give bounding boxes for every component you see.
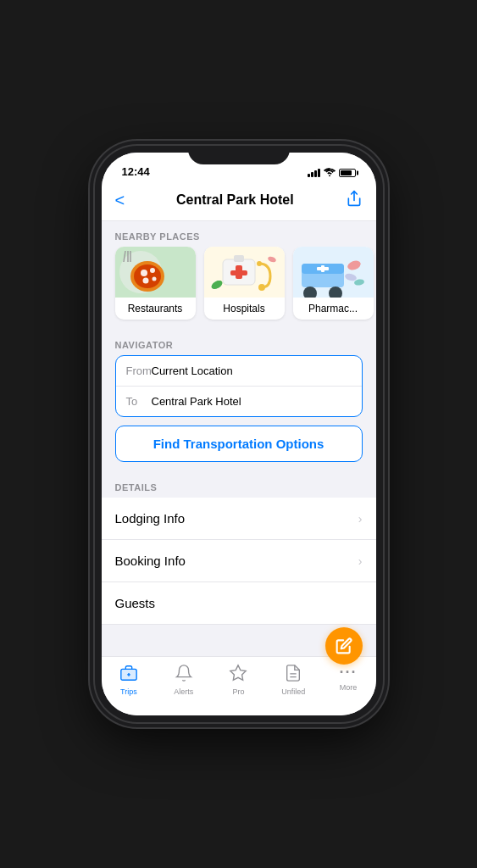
nearby-card-label-hospitals: Hospitals xyxy=(204,298,285,320)
page-title: Central Park Hotel xyxy=(176,192,294,208)
navigator-card: From Current Location To Central Park Ho… xyxy=(115,355,363,417)
tab-unfiled[interactable]: Unfiled xyxy=(266,664,321,696)
nearby-card-pharmacies[interactable]: Pharmac... xyxy=(293,247,374,320)
battery-icon xyxy=(339,169,356,177)
tab-bar: Trips Alerts Pro xyxy=(102,656,376,715)
tab-alerts-label: Alerts xyxy=(174,687,193,696)
tab-unfiled-label: Unfiled xyxy=(281,687,305,696)
svg-point-18 xyxy=(258,284,265,291)
nearby-card-image-restaurants xyxy=(115,247,196,298)
phone-screen: 12:44 < Centra xyxy=(102,153,376,715)
svg-point-6 xyxy=(150,268,155,273)
notch xyxy=(188,146,290,164)
nearby-card-restaurants[interactable]: Restaurants xyxy=(115,247,196,320)
alerts-icon xyxy=(175,664,193,686)
svg-rect-27 xyxy=(321,265,324,272)
tab-alerts[interactable]: Alerts xyxy=(156,664,211,696)
status-time: 12:44 xyxy=(122,165,150,178)
nearby-card-label-restaurants: Restaurants xyxy=(115,298,196,320)
pro-icon xyxy=(229,664,247,686)
phone-frame: 12:44 < Centra xyxy=(95,146,383,722)
navigator-from-value[interactable]: Current Location xyxy=(152,364,352,377)
unfiled-icon xyxy=(284,664,302,686)
share-button[interactable] xyxy=(346,190,363,210)
svg-point-7 xyxy=(142,278,148,284)
navigator-to-value[interactable]: Central Park Hotel xyxy=(152,395,352,408)
svg-point-4 xyxy=(134,264,161,288)
edit-icon xyxy=(336,637,352,654)
detail-label-lodging: Lodging Info xyxy=(115,511,186,526)
navigator-from-label: From xyxy=(126,364,152,377)
svg-point-5 xyxy=(141,270,147,276)
tab-trips[interactable]: Trips xyxy=(102,664,157,696)
nearby-card-label-pharmacies: Pharmac... xyxy=(293,298,374,320)
tab-more-label: More xyxy=(340,683,358,692)
nearby-places-list: Restaurants xyxy=(102,247,376,330)
svg-point-19 xyxy=(257,261,262,266)
back-button[interactable]: < xyxy=(115,191,125,210)
svg-marker-37 xyxy=(230,665,246,680)
trips-icon xyxy=(119,664,138,686)
detail-row-booking[interactable]: Booking Info › xyxy=(102,540,376,582)
svg-rect-17 xyxy=(230,270,247,275)
navigator-to-label: To xyxy=(126,395,152,408)
details-list: Lodging Info › Booking Info › Guests xyxy=(102,498,376,625)
chevron-icon-booking: › xyxy=(358,554,363,568)
tab-more[interactable]: ··· More xyxy=(321,664,376,692)
chevron-icon-lodging: › xyxy=(358,512,363,526)
navigator-to-row: To Central Park Hotel xyxy=(116,387,362,416)
wifi-icon xyxy=(324,168,336,178)
header: < Central Park Hotel xyxy=(102,183,376,221)
detail-row-guests[interactable]: Guests xyxy=(102,582,376,625)
find-transportation-button[interactable]: Find Transportation Options xyxy=(115,426,363,462)
nearby-card-image-pharmacies xyxy=(293,247,374,298)
navigator-section: From Current Location To Central Park Ho… xyxy=(102,355,376,472)
tab-trips-label: Trips xyxy=(120,687,137,696)
signal-bars-icon xyxy=(308,169,320,177)
edit-fab-button[interactable] xyxy=(325,627,363,665)
main-content: NEARBY PLACES xyxy=(102,221,376,656)
more-icon: ··· xyxy=(340,664,358,682)
tab-pro-label: Pro xyxy=(232,687,244,696)
nearby-card-hospitals[interactable]: Hospitals xyxy=(204,247,285,320)
tab-pro[interactable]: Pro xyxy=(211,664,266,696)
detail-label-guests: Guests xyxy=(115,596,156,610)
svg-point-8 xyxy=(152,277,156,281)
detail-label-booking: Booking Info xyxy=(115,554,186,568)
status-icons xyxy=(308,168,356,178)
nearby-card-image-hospitals xyxy=(204,247,285,298)
navigator-from-row: From Current Location xyxy=(116,356,362,387)
svg-rect-15 xyxy=(234,255,244,262)
detail-row-lodging[interactable]: Lodging Info › xyxy=(102,498,376,540)
nearby-section-label: NEARBY PLACES xyxy=(102,221,376,247)
details-section-label: DETAILS xyxy=(102,472,376,498)
navigator-section-label: NAVIGATOR xyxy=(102,330,376,355)
